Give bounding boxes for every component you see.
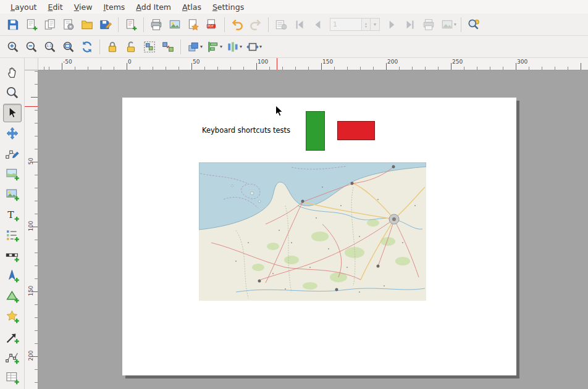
ungroup-items-button[interactable] bbox=[159, 38, 177, 56]
zoom-full-button[interactable] bbox=[59, 38, 78, 56]
label-item[interactable]: Keyboard shortcuts tests bbox=[202, 126, 290, 135]
atlas-settings-icon bbox=[467, 18, 481, 31]
map-item[interactable] bbox=[199, 162, 426, 301]
separator bbox=[461, 17, 461, 32]
layout-manager-button[interactable] bbox=[59, 16, 78, 33]
dropdown-arrow-icon[interactable]: ▾ bbox=[240, 44, 242, 49]
add-arrow-tool[interactable] bbox=[3, 328, 22, 346]
pan-tool[interactable] bbox=[3, 63, 22, 82]
new-layout-button[interactable] bbox=[22, 16, 41, 33]
atlas-last-button[interactable] bbox=[401, 16, 419, 33]
green-rectangle-item[interactable] bbox=[306, 111, 325, 151]
add-pages-button[interactable] bbox=[122, 16, 140, 33]
open-layout-button[interactable] bbox=[78, 16, 96, 33]
ruler-ticks bbox=[38, 63, 588, 70]
atlas-last-icon bbox=[403, 18, 417, 31]
menu-atlas[interactable]: Atlas bbox=[177, 1, 207, 13]
add-label-icon: T bbox=[5, 207, 20, 222]
save-button[interactable] bbox=[4, 16, 22, 33]
atlas-prev-icon bbox=[311, 18, 325, 31]
add-label-tool[interactable]: T bbox=[3, 206, 22, 224]
atlas-first-button[interactable] bbox=[290, 16, 309, 33]
atlas-page-field: ▴▾ ▾ bbox=[330, 18, 380, 31]
add-map-tool[interactable] bbox=[3, 165, 22, 183]
svg-text:1:1: 1:1 bbox=[46, 44, 52, 48]
distribute-items-icon bbox=[226, 40, 240, 54]
atlas-prev-button[interactable] bbox=[309, 16, 327, 33]
add-shape-tool[interactable] bbox=[3, 287, 22, 306]
ruler-label: 100 bbox=[28, 219, 34, 233]
pan-icon bbox=[5, 65, 20, 80]
open-folder-icon bbox=[80, 18, 94, 31]
select-move-tool[interactable] bbox=[3, 104, 22, 122]
print-button[interactable] bbox=[147, 16, 166, 33]
ruler-label: -50 bbox=[63, 59, 72, 65]
toolbox: T bbox=[0, 58, 25, 389]
zoom-tool[interactable] bbox=[3, 83, 22, 102]
menu-add-item[interactable]: Add Item bbox=[130, 1, 177, 13]
new-layout-icon bbox=[25, 18, 38, 31]
preview-atlas-button[interactable] bbox=[272, 16, 290, 33]
dropdown-arrow-icon[interactable]: ▾ bbox=[200, 44, 203, 49]
ruler-label: 50 bbox=[193, 59, 200, 65]
add-table-tool[interactable] bbox=[3, 369, 22, 387]
zoom-out-button[interactable] bbox=[22, 38, 41, 56]
save-icon bbox=[6, 18, 20, 31]
dropdown-arrow-icon[interactable]: ▾ bbox=[454, 22, 456, 27]
redo-button[interactable] bbox=[246, 16, 265, 33]
duplicate-layout-icon bbox=[43, 18, 57, 31]
spin-down-icon: ▾ bbox=[362, 25, 370, 28]
dropdown-arrow-icon[interactable]: ▾ bbox=[220, 44, 222, 49]
move-content-tool[interactable] bbox=[3, 124, 22, 143]
add-scalebar-tool[interactable] bbox=[3, 246, 22, 265]
ruler-label: 150 bbox=[28, 284, 34, 298]
toolbar-layout: PDF ▴▾ ▾ ▾ bbox=[0, 14, 588, 36]
atlas-page-spinner[interactable]: ▴▾ bbox=[362, 18, 371, 31]
dropdown-arrow-icon: ▾ bbox=[374, 22, 376, 27]
add-picture-tool[interactable] bbox=[3, 185, 22, 204]
menu-view[interactable]: View bbox=[69, 1, 98, 13]
red-rectangle-item[interactable] bbox=[337, 121, 375, 140]
export-image-button[interactable] bbox=[166, 16, 184, 33]
horizontal-ruler: -50 0 50 100 150 200 250 300 bbox=[38, 58, 588, 70]
add-north-arrow-tool[interactable] bbox=[3, 267, 22, 285]
layout-canvas[interactable]: Keyboard shortcuts tests bbox=[38, 70, 588, 389]
export-atlas-group: ▾ bbox=[438, 16, 458, 33]
export-svg-button[interactable] bbox=[184, 16, 203, 33]
undo-button[interactable] bbox=[228, 16, 246, 33]
zoom-in-button[interactable] bbox=[4, 38, 22, 56]
zoom-actual-button[interactable]: 1:1 bbox=[41, 38, 59, 56]
atlas-page-dropdown[interactable]: ▾ bbox=[371, 18, 380, 31]
add-node-item-tool[interactable] bbox=[3, 348, 22, 367]
menu-settings[interactable]: Settings bbox=[207, 1, 250, 13]
lock-icon bbox=[106, 40, 119, 54]
ruler-corner bbox=[25, 58, 38, 70]
atlas-page-input[interactable] bbox=[330, 18, 362, 31]
lock-items-button[interactable] bbox=[103, 38, 122, 56]
print-atlas-icon bbox=[422, 18, 435, 31]
group-items-button[interactable] bbox=[140, 38, 159, 56]
menu-layout[interactable]: Layout bbox=[5, 1, 43, 13]
atlas-next-button[interactable] bbox=[382, 16, 401, 33]
print-atlas-button[interactable] bbox=[419, 16, 438, 33]
unlock-items-button[interactable] bbox=[122, 38, 140, 56]
menu-items[interactable]: Items bbox=[98, 1, 130, 13]
add-legend-tool[interactable] bbox=[3, 226, 22, 245]
dropdown-arrow-icon[interactable]: ▾ bbox=[259, 44, 262, 49]
duplicate-layout-button[interactable] bbox=[41, 16, 59, 33]
layout-page[interactable]: Keyboard shortcuts tests bbox=[122, 98, 516, 375]
toolbar-actions: 1:1 ▾ ▾ ▾ ▾ bbox=[0, 36, 588, 58]
refresh-button[interactable] bbox=[78, 38, 96, 56]
add-marker-tool[interactable] bbox=[3, 307, 22, 326]
export-pdf-button[interactable]: PDF bbox=[203, 16, 221, 33]
menu-edit[interactable]: Edit bbox=[43, 1, 69, 13]
atlas-settings-button[interactable] bbox=[464, 16, 483, 33]
cursor-position-marker bbox=[25, 106, 38, 107]
layout-manager-icon bbox=[62, 18, 75, 31]
resize-items-group: ▾ bbox=[243, 38, 263, 56]
save-as-button[interactable] bbox=[96, 16, 115, 33]
edit-nodes-tool[interactable] bbox=[3, 144, 22, 163]
unlock-icon bbox=[124, 40, 138, 54]
zoom-actual-icon: 1:1 bbox=[43, 40, 57, 54]
undo-icon bbox=[230, 18, 244, 31]
